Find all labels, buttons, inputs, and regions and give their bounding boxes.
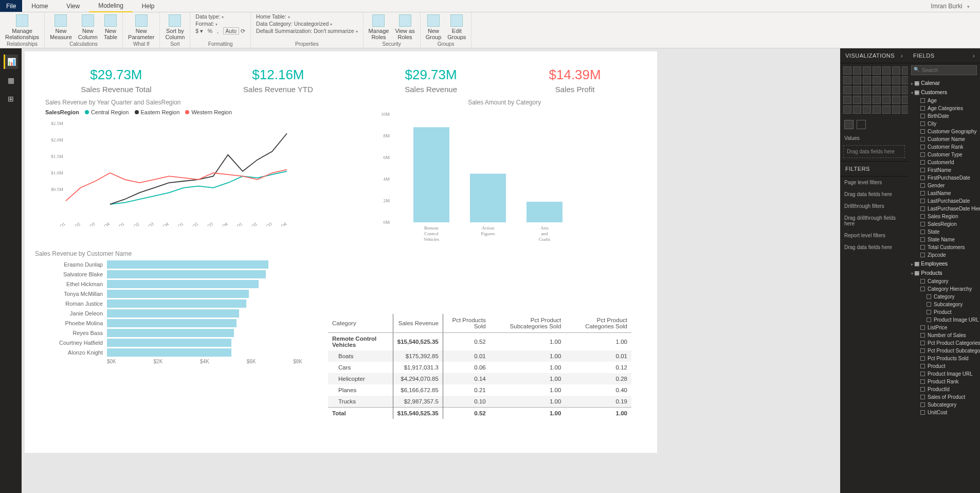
viz-type-icon[interactable] [843, 105, 851, 114]
field-item[interactable]: Sales of Product [908, 393, 980, 401]
field-item[interactable]: Product Rank [908, 378, 980, 385]
field-search-input[interactable] [911, 65, 977, 75]
manage-roles-button[interactable]: Manage Roles [366, 13, 392, 41]
kpi-sales-profit[interactable]: $14.39M Sales Profit [549, 67, 601, 94]
field-item[interactable]: LastPurchaseDate Hierarchy [908, 205, 980, 213]
viz-type-icon[interactable] [853, 105, 861, 114]
field-item[interactable]: LastName [908, 189, 980, 197]
model-view-button[interactable]: ⊞ [4, 92, 18, 106]
table-row[interactable]: Trucks$2,987,357.50.101.000.19 [328, 396, 631, 408]
tab-modeling[interactable]: Modeling [89, 0, 133, 12]
new-column-button[interactable]: New Column [75, 13, 101, 41]
viz-type-icon[interactable] [853, 76, 861, 84]
new-parameter-button[interactable]: New Parameter [125, 13, 157, 41]
customer-bar-row[interactable]: Ethel Hickman [45, 280, 302, 288]
field-item[interactable]: BirthDate [908, 112, 980, 120]
field-item[interactable]: Age [908, 97, 980, 104]
data-table[interactable]: CategorySales RevenuePct Products SoldPc… [328, 314, 631, 419]
customer-bar-row[interactable]: Salvatore Blake [45, 270, 302, 278]
viz-type-icon[interactable] [873, 76, 881, 84]
field-table[interactable]: ▦ Calenar [908, 78, 980, 87]
visualizations-gallery[interactable] [840, 63, 908, 117]
table-row[interactable]: Cars$1,917,031.30.061.000.12 [328, 362, 631, 373]
formatting-buttons[interactable]: $ ▾ % , Auto ⟳ [195, 28, 245, 34]
edit-groups-button[interactable]: Edit Groups [444, 13, 469, 41]
viz-type-icon[interactable] [882, 96, 891, 104]
viz-type-icon[interactable] [892, 105, 900, 114]
customer-bar-row[interactable]: Phoebe Molina [45, 319, 302, 327]
viz-type-icon[interactable] [892, 76, 900, 84]
field-item[interactable]: Category [908, 293, 980, 301]
kpi-sales-revenue[interactable]: $29.73M Sales Revenue [405, 67, 457, 94]
new-table-button[interactable]: New Table [101, 13, 120, 41]
field-item[interactable]: State Name [908, 236, 980, 243]
viz-type-icon[interactable] [843, 66, 851, 75]
field-item[interactable]: UnitCost [908, 409, 980, 416]
field-item[interactable]: Product Image URL [908, 316, 980, 324]
field-item[interactable]: Total Customers [908, 243, 980, 251]
viz-type-icon[interactable] [843, 96, 851, 104]
report-filters-dropzone[interactable]: Drag data fields here [840, 241, 908, 253]
table-row[interactable]: Helicopter$4,294,070.850.141.000.28 [328, 373, 631, 384]
field-table[interactable]: ▦ Employees [908, 259, 980, 268]
field-item[interactable]: Pct Products Sold [908, 355, 980, 362]
field-item[interactable]: City [908, 120, 980, 128]
viz-type-icon[interactable] [863, 86, 871, 94]
field-item[interactable]: Customer Name [908, 135, 980, 143]
viz-type-icon[interactable] [892, 96, 900, 104]
customer-bar-row[interactable]: Reyes Bass [45, 329, 302, 337]
home-table-dropdown[interactable]: Home Table:▾ [256, 13, 358, 20]
kpi-sales-revenue-ytd[interactable]: $12.16M Sales Revenue YTD [243, 67, 313, 94]
viz-type-icon[interactable] [863, 76, 871, 84]
field-item[interactable]: SalesRegion [908, 220, 980, 228]
field-item[interactable]: ListPrice [908, 324, 980, 331]
viz-type-icon[interactable] [873, 96, 881, 104]
manage-relationships-button[interactable]: Manage Relationships [2, 13, 42, 41]
viz-type-icon[interactable] [843, 76, 851, 84]
viz-type-icon[interactable] [902, 76, 908, 84]
field-item[interactable]: Category [908, 277, 980, 285]
customer-bar-row[interactable]: Erasmo Dunlap [45, 260, 302, 269]
viz-type-icon[interactable] [843, 86, 851, 94]
canvas-area[interactable]: $29.73M Sales Revenue Total $12.16M Sale… [22, 48, 723, 493]
viz-type-icon[interactable] [882, 66, 891, 75]
field-item[interactable]: Pct Product Categories Sold [908, 339, 980, 347]
viz-type-icon[interactable] [853, 66, 861, 75]
viz-type-icon[interactable] [863, 105, 871, 114]
field-item[interactable]: Number of Sales [908, 331, 980, 339]
view-as-roles-button[interactable]: View as Roles [392, 13, 418, 41]
viz-type-icon[interactable] [873, 66, 881, 75]
format-well-icon[interactable] [857, 120, 866, 129]
report-view-button[interactable]: 📊 [4, 55, 18, 69]
viz-type-icon[interactable] [892, 86, 900, 94]
fields-header[interactable]: FIELDS› [908, 48, 980, 63]
viz-type-icon[interactable] [863, 96, 871, 104]
field-item[interactable]: Product [908, 362, 980, 370]
field-search[interactable] [911, 65, 977, 75]
fields-well-icon[interactable] [844, 120, 854, 129]
field-item[interactable]: Customer Rank [908, 143, 980, 151]
field-item[interactable]: Subcategory [908, 401, 980, 409]
datatype-dropdown[interactable]: Data type:▾ [195, 13, 245, 20]
viz-type-icon[interactable] [902, 105, 908, 114]
line-chart[interactable]: Sales Revenue by Year Quarter and SalesR… [45, 99, 362, 245]
viz-type-icon[interactable] [902, 96, 908, 104]
field-item[interactable]: CustomerId [908, 159, 980, 166]
customer-bar-row[interactable]: Tonya McMillan [45, 290, 302, 298]
field-tree[interactable]: ▦ Calenar▦ CustomersAgeAge CategoriesBir… [908, 77, 980, 491]
field-item[interactable]: Zipcode [908, 251, 980, 259]
table-row[interactable]: Remote Control Vehicles$15,540,525.350.5… [328, 333, 631, 351]
viz-type-icon[interactable] [902, 66, 908, 75]
tab-help[interactable]: Help [133, 1, 164, 12]
file-menu[interactable]: File [0, 0, 22, 12]
tab-home[interactable]: Home [22, 1, 57, 12]
viz-type-icon[interactable] [892, 66, 900, 75]
tab-view[interactable]: View [57, 1, 89, 12]
field-item[interactable]: LastPurchaseDate [908, 197, 980, 205]
table-row[interactable]: Boats$175,392.850.011.000.01 [328, 350, 631, 362]
bar-chart[interactable]: Sales Amount by Category 0M2M4M6M8M10MRe… [372, 99, 637, 245]
viz-type-icon[interactable] [882, 105, 891, 114]
new-group-button[interactable]: New Group [423, 13, 445, 41]
sort-by-column-button[interactable]: Sort by Column [162, 13, 188, 41]
field-item[interactable]: Pct Product Subcategories... [908, 347, 980, 355]
